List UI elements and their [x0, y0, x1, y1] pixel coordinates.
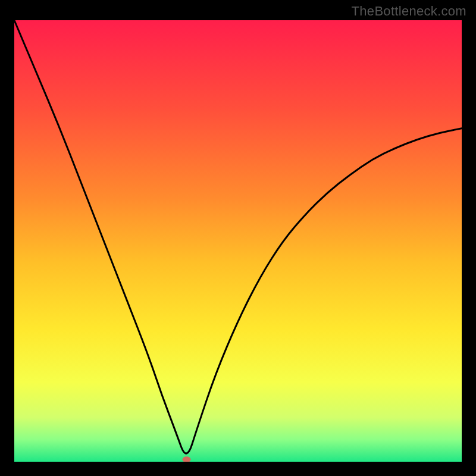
plot-background: [14, 20, 462, 462]
watermark-text: TheBottleneck.com: [352, 4, 466, 19]
plot-svg: [14, 20, 462, 462]
chart-container: TheBottleneck.com: [0, 0, 476, 476]
plot-frame: [14, 20, 462, 462]
